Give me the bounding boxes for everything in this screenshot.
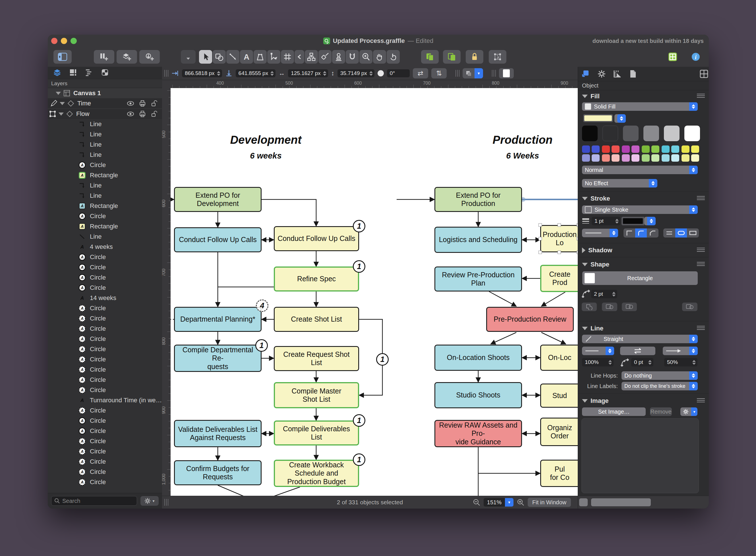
- line-type-dropdown[interactable]: Straight: [582, 335, 698, 343]
- get-info-button[interactable]: i: [686, 50, 705, 64]
- shadow-section-grip[interactable]: [697, 247, 705, 252]
- flow-node-create-request-shot-list[interactable]: Create Request Shot List: [274, 346, 359, 371]
- flow-node-create-workback-schedule[interactable]: Create Workback Schedule and Production …: [274, 460, 359, 487]
- stroke-thickness-field[interactable]: 1 pt: [592, 217, 620, 225]
- layer-item-circle-d[interactable]: ACircle: [48, 303, 162, 313]
- bottom-bar-field[interactable]: [591, 498, 651, 506]
- fill-swatch[interactable]: [582, 154, 590, 162]
- flow-node-refine-spec[interactable]: Refine Spec: [274, 267, 359, 291]
- fill-swatch[interactable]: [622, 154, 630, 162]
- layer-item-circle-d[interactable]: ACircle: [48, 457, 162, 467]
- layer-item-circle-d[interactable]: ACircle: [48, 334, 162, 344]
- fill-swatch[interactable]: [642, 145, 650, 153]
- zoom-out-icon[interactable]: [473, 498, 480, 506]
- fill-color-well[interactable]: [583, 114, 613, 122]
- fill-swatch[interactable]: [602, 126, 618, 141]
- y-position-field[interactable]: 641.8555 px: [236, 69, 276, 77]
- layer-item-text[interactable]: ATurnaround Time (in we…: [48, 395, 162, 406]
- hand-tool[interactable]: [373, 50, 386, 64]
- fill-swatch[interactable]: [582, 145, 590, 153]
- fill-swatch[interactable]: [682, 154, 689, 162]
- image-section-grip[interactable]: [697, 398, 705, 402]
- add-layer-button[interactable]: [117, 50, 137, 64]
- fill-swatch[interactable]: [651, 154, 659, 162]
- flow-node-departmental-planning[interactable]: Departmental Planning*: [174, 307, 262, 332]
- layer-item-text[interactable]: A4 weeks: [48, 242, 162, 252]
- line-section-grip[interactable]: [697, 325, 705, 330]
- image-options-button[interactable]: ▾: [680, 408, 697, 416]
- collapse-tools[interactable]: [295, 50, 304, 64]
- layer-time-disclosure[interactable]: [60, 102, 65, 105]
- fill-swatch[interactable]: [691, 145, 699, 153]
- show-all-inspectors-icon[interactable]: [700, 70, 708, 79]
- fill-swatch[interactable]: [682, 145, 689, 153]
- layer-item-circle-d[interactable]: ACircle: [48, 406, 162, 416]
- layer-print-icon[interactable]: [139, 100, 146, 107]
- add-canvas-button[interactable]: [94, 50, 114, 64]
- layer-lock-icon[interactable]: [151, 100, 158, 107]
- layer-item-line[interactable]: Line: [48, 190, 162, 201]
- layer-item-rect-y[interactable]: ARectangle: [48, 221, 162, 232]
- flow-node-production-logistics[interactable]: Production Lo: [540, 225, 578, 252]
- selection-handle[interactable]: [538, 251, 542, 254]
- flow-node-compile-departmental-requests[interactable]: Compile Departmental Re- quests: [174, 345, 262, 372]
- canvas-disclosure[interactable]: [56, 92, 61, 95]
- flow-node-studio-shoots[interactable]: Studio Shoots: [434, 382, 522, 408]
- selection-handle[interactable]: [538, 237, 542, 240]
- tab-document-inspector[interactable]: [629, 70, 637, 79]
- line-bend-field[interactable]: 0 pt: [631, 358, 653, 367]
- stroke-color-well[interactable]: [622, 217, 644, 225]
- image-section-header[interactable]: Image: [582, 397, 609, 405]
- layer-item-line[interactable]: Line: [48, 180, 162, 190]
- line-start-dropdown[interactable]: [582, 347, 614, 355]
- corner-square-option[interactable]: [624, 229, 635, 238]
- rotation-field[interactable]: 0°: [387, 69, 410, 77]
- flow-node-logistics-and-scheduling[interactable]: Logistics and Scheduling: [434, 227, 522, 253]
- layer-item-circle-d[interactable]: ACircle: [48, 313, 162, 323]
- layer-item-circle-d[interactable]: ACircle: [48, 436, 162, 446]
- canvas-fill-button[interactable]: [499, 68, 514, 78]
- image-well[interactable]: [582, 418, 699, 493]
- tab-canvases[interactable]: [69, 69, 77, 77]
- fill-swatch[interactable]: [662, 154, 669, 162]
- flip-horizontal-button[interactable]: ⇄: [413, 68, 428, 78]
- fill-swatch[interactable]: [592, 154, 600, 162]
- corner-chamfer-option[interactable]: [647, 229, 658, 238]
- layer-item-line-diag[interactable]: Line: [48, 232, 162, 242]
- line-label-position-field[interactable]: 50%: [664, 358, 697, 367]
- flow-node-extend-po-production[interactable]: Extend PO for Production: [434, 187, 522, 212]
- shape-union-button[interactable]: [582, 303, 597, 311]
- flow-node-pull-for-co[interactable]: Pul for Co: [540, 460, 578, 487]
- selection-handle[interactable]: [558, 251, 561, 254]
- layer-item-circle[interactable]: ACircle: [48, 416, 162, 426]
- layer-item-line[interactable]: Line: [48, 119, 162, 129]
- layer-item-circle-d[interactable]: ACircle: [48, 354, 162, 364]
- selection-style-control[interactable]: ▾: [463, 68, 483, 78]
- fill-swatch[interactable]: [602, 154, 610, 162]
- fill-swatch[interactable]: [592, 145, 600, 153]
- flow-node-conduct-follow-up-calls-dev[interactable]: Conduct Follow Up Calls: [174, 227, 262, 252]
- fill-swatch[interactable]: [642, 154, 650, 162]
- shape-section-grip[interactable]: [697, 262, 705, 266]
- fill-swatch[interactable]: [612, 154, 620, 162]
- layer-item-circle-d[interactable]: ACircle: [48, 375, 162, 385]
- shape-tool[interactable]: [213, 50, 226, 64]
- text-tool[interactable]: A: [240, 50, 253, 64]
- corner-radius-field[interactable]: 2 pt: [591, 290, 617, 298]
- fill-swatch[interactable]: [631, 154, 639, 162]
- line-section-header[interactable]: Line: [582, 325, 603, 332]
- layer-item-circle-d[interactable]: ACircle: [48, 364, 162, 375]
- swap-line-ends-button[interactable]: [620, 347, 655, 355]
- layer-item-rect-yg[interactable]: ARectangle: [48, 170, 162, 180]
- shadow-section-header[interactable]: Shadow: [582, 247, 612, 254]
- flow-node-compile-master-shot-list[interactable]: Compile Master Shot List: [274, 382, 359, 408]
- flow-node-pre-production-review[interactable]: Pre-Production Review: [486, 307, 574, 332]
- fill-swatch[interactable]: [612, 145, 620, 153]
- flow-node-confirm-budgets[interactable]: Confirm Budgets for Requests: [174, 460, 262, 485]
- shape-intersect-button[interactable]: [622, 303, 637, 311]
- bottom-bar-button[interactable]: [579, 498, 588, 506]
- stroke-corner-style-control[interactable]: [624, 229, 658, 238]
- tab-properties-inspector[interactable]: [597, 70, 606, 79]
- fill-swatch[interactable]: [602, 145, 610, 153]
- zoom-level-field[interactable]: 151%: [484, 498, 505, 507]
